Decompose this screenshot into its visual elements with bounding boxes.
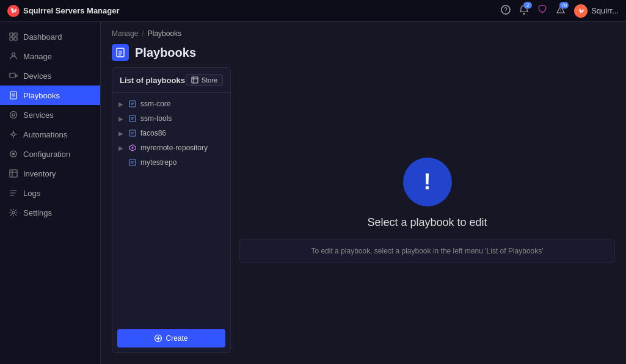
svg-rect-5 (14, 33, 17, 36)
page-icon (112, 44, 129, 61)
svg-point-2 (523, 13, 525, 15)
user-menu[interactable]: 🐿 Squirr... (574, 4, 619, 18)
sidebar-item-playbooks[interactable]: Playbooks (0, 86, 100, 105)
svg-rect-10 (10, 92, 16, 99)
sidebar: Dashboard Manage Devices (0, 22, 101, 364)
svg-rect-7 (14, 37, 17, 40)
sidebar-label-settings: Settings (23, 208, 52, 217)
svg-rect-9 (10, 73, 15, 78)
svg-rect-4 (10, 33, 13, 36)
playbook-name: ssm-core (140, 100, 170, 108)
breadcrumb-separator: / (142, 29, 144, 38)
sidebar-item-automations[interactable]: Automations (0, 125, 100, 144)
playbook-name: ssm-tools (140, 114, 172, 123)
sidebar-item-services[interactable]: Services (0, 105, 100, 125)
playbook-name: mytestrepo (140, 158, 177, 167)
svg-rect-28 (129, 101, 136, 107)
playbook-file-icon (128, 158, 137, 167)
playbook-list: ▶ ssm-core ▶ (112, 93, 230, 324)
breadcrumb-parent[interactable]: Manage (112, 29, 138, 38)
sidebar-item-manage[interactable]: Manage (0, 46, 100, 66)
list-item[interactable]: ▶ ssm-core (112, 96, 230, 111)
svg-point-20 (12, 211, 15, 214)
svg-rect-38 (129, 159, 136, 166)
notifications-icon[interactable]: 2 (519, 5, 529, 16)
svg-rect-21 (117, 48, 124, 57)
list-item[interactable]: ▶ facos86 (112, 126, 230, 140)
sidebar-label-manage: Manage (23, 52, 52, 61)
playbook-name: facos86 (140, 129, 166, 137)
expand-icon: ▶ (118, 130, 125, 137)
playbook-file-icon (128, 100, 137, 108)
store-button[interactable]: Store (186, 74, 223, 86)
settings-icon (9, 208, 18, 217)
topbar: 🐿 Squirrel Servers Manager ? 2 ! (0, 0, 626, 22)
sidebar-item-devices[interactable]: Devices (0, 66, 100, 86)
expand-icon: ▶ (118, 115, 125, 122)
svg-rect-34 (129, 130, 136, 136)
playbook-file-icon (128, 114, 137, 123)
sidebar-label-inventory: Inventory (23, 169, 56, 178)
list-item[interactable]: ▶ ssm-tools (112, 111, 230, 126)
sidebar-item-configuration[interactable]: Configuration (0, 144, 100, 164)
hint-box: To edit a playbook, select a playbook in… (239, 239, 615, 263)
brand-icon: 🐿 (7, 5, 20, 17)
svg-rect-31 (129, 115, 136, 122)
create-label: Create (166, 334, 187, 343)
help-icon[interactable]: ? (501, 5, 511, 16)
select-indicator-icon: ! (403, 158, 452, 206)
breadcrumb-current: Playbooks (148, 29, 181, 38)
app-brand[interactable]: 🐿 Squirrel Servers Manager (7, 5, 120, 17)
svg-point-13 (10, 112, 17, 118)
svg-point-16 (12, 153, 15, 155)
topbar-actions: ? 2 ! 78 🐿 Squirr... (501, 4, 619, 18)
svg-rect-25 (192, 77, 198, 83)
heart-icon[interactable] (537, 5, 547, 16)
content-area: List of playbooks Store ▶ (101, 67, 626, 364)
user-avatar: 🐿 (574, 4, 588, 18)
page-title: Playbooks (135, 46, 196, 60)
list-item[interactable]: ▶ mytestrepo (112, 155, 230, 170)
playbooks-panel: List of playbooks Store ▶ (112, 67, 231, 353)
logs-icon (9, 188, 18, 198)
playbooks-icon (9, 90, 18, 100)
svg-point-14 (12, 114, 15, 116)
sidebar-item-logs[interactable]: Logs (0, 183, 100, 203)
sidebar-item-dashboard[interactable]: Dashboard (0, 27, 100, 46)
svg-rect-6 (10, 37, 13, 40)
list-item[interactable]: ▶ myremote-repository (112, 140, 230, 155)
automations-icon (9, 129, 18, 139)
manage-icon (9, 51, 18, 61)
svg-point-15 (12, 133, 15, 136)
sidebar-label-services: Services (23, 111, 54, 120)
sidebar-item-settings[interactable]: Settings (0, 203, 100, 222)
services-icon (9, 110, 18, 120)
playbook-name: myremote-repository (140, 144, 208, 152)
svg-text:?: ? (504, 7, 508, 13)
sidebar-label-devices: Devices (23, 71, 51, 81)
breadcrumb: Manage / Playbooks (101, 22, 626, 42)
configuration-icon (9, 149, 18, 159)
panel-title: List of playbooks (120, 76, 185, 85)
select-text: Select a playbook to edit (367, 216, 487, 229)
alert-icon[interactable]: ! 78 (556, 5, 566, 16)
svg-text:!: ! (560, 8, 561, 12)
sidebar-label-playbooks: Playbooks (23, 91, 60, 100)
notifications-badge: 2 (523, 2, 532, 9)
main-content: Manage / Playbooks Playbooks List of pla (101, 22, 626, 364)
create-button[interactable]: Create (117, 329, 225, 348)
hint-text: To edit a playbook, select a playbook in… (311, 247, 543, 255)
alert-badge: 78 (559, 2, 569, 9)
sidebar-item-inventory[interactable]: Inventory (0, 164, 100, 183)
playbook-file-icon (128, 144, 137, 152)
expand-icon: ▶ (118, 101, 125, 107)
svg-rect-17 (10, 170, 17, 177)
right-panel: ! Select a playbook to edit To edit a pl… (239, 67, 615, 353)
svg-point-8 (12, 53, 15, 56)
playbook-file-icon (128, 129, 137, 137)
app-title: Squirrel Servers Manager (23, 6, 120, 15)
panel-header: List of playbooks Store (112, 68, 230, 93)
sidebar-label-configuration: Configuration (23, 150, 70, 159)
sidebar-label-dashboard: Dashboard (23, 32, 62, 42)
expand-icon: ▶ (118, 145, 125, 151)
